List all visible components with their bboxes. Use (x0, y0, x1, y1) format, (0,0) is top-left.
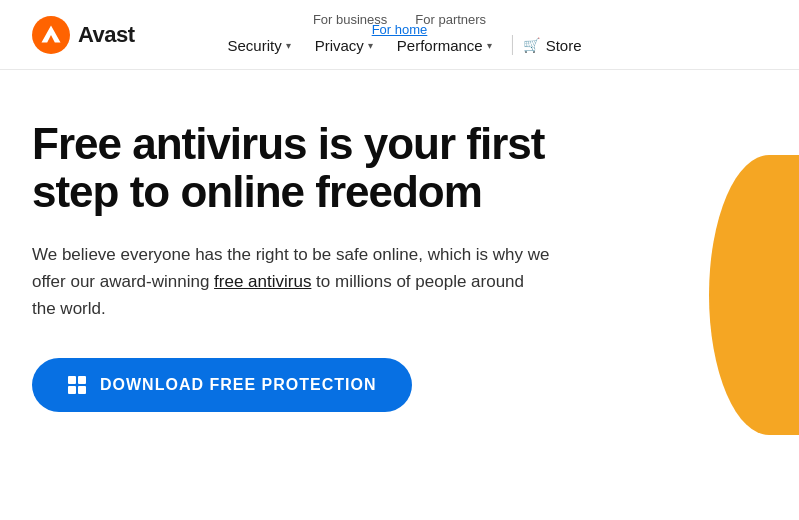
orange-blob-decoration (709, 155, 799, 435)
hero-subtitle: We believe everyone has the right to be … (32, 241, 552, 323)
download-button[interactable]: DOWNLOAD FREE PROTECTION (32, 358, 412, 412)
center-nav: For home For business For partners Secur… (217, 12, 581, 58)
hero-title: Free antivirus is your first step to onl… (32, 120, 632, 217)
store-label: Store (546, 37, 582, 54)
top-links: For home For business For partners (313, 12, 486, 27)
logo[interactable]: Avast (32, 16, 135, 54)
top-nav: Avast For home For business For partners… (0, 0, 799, 70)
download-button-label: DOWNLOAD FREE PROTECTION (100, 376, 376, 394)
hero-content: Free antivirus is your first step to onl… (32, 120, 632, 412)
nav-store[interactable]: 🛒 Store (523, 37, 582, 54)
avast-logo-icon (32, 16, 70, 54)
windows-icon (68, 376, 86, 394)
privacy-label: Privacy (315, 37, 364, 54)
security-chevron-icon: ▾ (286, 40, 291, 51)
for-home-link[interactable]: For home (372, 12, 428, 47)
cart-icon: 🛒 (523, 37, 540, 53)
hero-section: Free antivirus is your first step to onl… (0, 70, 799, 520)
logo-text: Avast (78, 22, 135, 48)
security-label: Security (227, 37, 281, 54)
free-antivirus-link[interactable]: free antivirus (214, 272, 311, 291)
nav-security[interactable]: Security ▾ (217, 33, 300, 58)
nav-divider (512, 35, 513, 55)
performance-chevron-icon: ▾ (487, 40, 492, 51)
